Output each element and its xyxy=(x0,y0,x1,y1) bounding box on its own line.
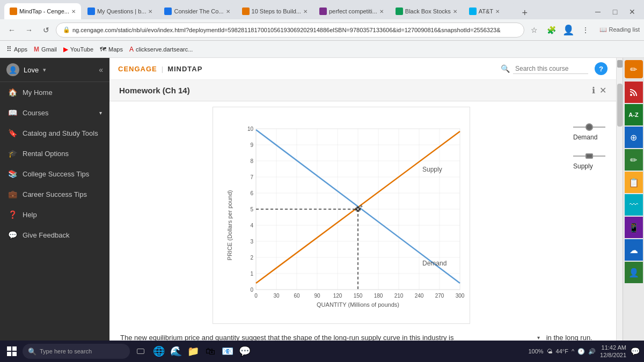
taskbar-sys-tray: 100% 🌤 44°F ^ 🕐 🔊 xyxy=(528,348,596,355)
taskbar-teams-icon[interactable]: 💬 xyxy=(237,344,252,359)
maximize-button[interactable]: □ xyxy=(608,4,623,19)
sidebar-item-help[interactable]: ❓ Help xyxy=(0,204,109,225)
tab-favicon-mindtap xyxy=(10,8,17,15)
svg-text:180: 180 xyxy=(374,293,383,299)
bookmark-dart[interactable]: A clickserve.dartsearc... xyxy=(129,46,193,53)
tab-label-blackbox: Black Box Stocks xyxy=(405,8,451,14)
tab-close-blackbox[interactable]: ✕ xyxy=(453,9,457,14)
new-tab-button[interactable]: + xyxy=(518,6,531,19)
svg-text:Demand: Demand xyxy=(422,260,447,267)
chart-container: PRICE (Dollars per pound) xyxy=(213,107,470,324)
tab-close-att[interactable]: ✕ xyxy=(495,9,500,14)
supply-demand-chart: PRICE (Dollars per pound) xyxy=(224,118,481,311)
tab-close-10steps[interactable]: ✕ xyxy=(303,9,308,14)
sidebar-item-myhome[interactable]: 🏠 My Home xyxy=(0,82,109,102)
profile-button[interactable]: 👤 xyxy=(561,23,576,38)
homework-close-button[interactable]: ✕ xyxy=(599,85,606,95)
question-section: The new equilibrium price and quantity s… xyxy=(120,333,605,341)
demand-slider[interactable] xyxy=(573,123,605,131)
scrollbar[interactable] xyxy=(616,58,623,341)
homework-title: Homework (Ch 14) xyxy=(119,86,190,95)
taskbar-temp: 44°F xyxy=(556,348,568,354)
toolbar-pencil-button[interactable]: ✏ xyxy=(625,60,643,78)
sidebar-item-catalog[interactable]: 🔖 Catalog and Study Tools xyxy=(0,123,109,143)
sidebar-item-career[interactable]: 💼 Career Success Tips xyxy=(0,184,109,204)
task-view-button[interactable] xyxy=(133,344,148,359)
tab-close-perfect[interactable]: ✕ xyxy=(379,9,384,14)
tab-close-consider[interactable]: ✕ xyxy=(226,9,230,14)
toolbar-person-button[interactable]: 👤 xyxy=(625,262,643,283)
cengage-logo: CENGAGE xyxy=(118,65,157,73)
search-input[interactable] xyxy=(513,64,588,74)
taskbar-clock-icon: 🕐 xyxy=(577,348,585,355)
taskbar-clock[interactable]: 11:42 AM 12/8/2021 xyxy=(600,344,626,359)
address-bar[interactable]: 🔒 ng.cengage.com/static/nb/ui/evo/index.… xyxy=(56,23,524,38)
windows-start-button[interactable] xyxy=(4,344,19,359)
svg-text:3: 3 xyxy=(250,239,253,245)
help-circle-button[interactable]: ? xyxy=(595,62,608,75)
tab-10steps[interactable]: 10 Steps to Build... ✕ xyxy=(237,3,313,19)
tab-consider[interactable]: Consider The Co... ✕ xyxy=(159,3,235,19)
toolbar-cloud-button[interactable]: ☁ xyxy=(625,239,643,261)
demand-legend-label: Demand xyxy=(573,134,605,141)
minimize-button[interactable]: ─ xyxy=(590,4,605,19)
extension-button[interactable]: 🧩 xyxy=(544,23,559,38)
menu-button[interactable]: ⋮ xyxy=(578,23,593,38)
taskbar-chrome-icon[interactable]: 🌐 xyxy=(151,344,166,359)
homework-info-button[interactable]: ℹ xyxy=(592,85,595,95)
svg-text:270: 270 xyxy=(435,293,444,299)
svg-text:PRICE (Dollars per pound): PRICE (Dollars per pound) xyxy=(226,190,233,261)
scrollbar-thumb[interactable] xyxy=(617,84,623,127)
toolbar-pencil2-button[interactable]: ✏ xyxy=(625,149,643,171)
bookmark-maps[interactable]: 🗺 Maps xyxy=(100,46,123,53)
taskbar-edge-icon[interactable]: 🌊 xyxy=(169,344,184,359)
sidebar-item-rental[interactable]: 🎓 Rental Options xyxy=(0,143,109,164)
sidebar-item-feedback[interactable]: 💬 Give Feedback xyxy=(0,225,109,245)
supply-legend-item: Supply xyxy=(573,152,605,170)
feedback-icon: 💬 xyxy=(8,230,17,240)
taskbar-mail-icon[interactable]: 📧 xyxy=(220,344,235,359)
sidebar-item-courses[interactable]: 📖 Courses ▾ xyxy=(0,102,109,123)
taskbar-store-icon[interactable]: 🛍 xyxy=(203,344,218,359)
back-button[interactable]: ← xyxy=(4,23,19,38)
toolbar-phone-button[interactable]: 📱 xyxy=(625,217,643,238)
scrollbar-up-arrow[interactable] xyxy=(617,60,623,68)
user-dropdown-icon: ▾ xyxy=(43,67,46,73)
supply-slider[interactable] xyxy=(573,152,605,160)
user-name: Love xyxy=(24,66,39,74)
toolbar-plus-button[interactable]: ⊕ xyxy=(625,127,643,148)
tab-close-myq[interactable]: ✕ xyxy=(148,9,152,14)
toolbar-az-button[interactable]: A-Z xyxy=(625,104,643,125)
tab-label-mindtap: MindTap - Cenge... xyxy=(19,8,69,14)
tab-myquestions[interactable]: My Questions | b... ✕ xyxy=(82,3,158,19)
tab-perfect[interactable]: perfect competiti... ✕ xyxy=(314,3,389,19)
apps-icon: ⠿ xyxy=(6,45,12,53)
supply-legend-label: Supply xyxy=(573,162,605,170)
forward-button[interactable]: → xyxy=(21,23,36,38)
toolbar-rss-button[interactable] xyxy=(625,82,643,103)
taskbar-explorer-icon[interactable]: 📁 xyxy=(186,344,201,359)
bookmark-youtube[interactable]: ▶ YouTube xyxy=(63,46,93,53)
tab-label-att: AT&T xyxy=(479,8,493,14)
sidebar-item-college[interactable]: 📚 College Success Tips xyxy=(0,164,109,184)
refresh-button[interactable]: ↺ xyxy=(39,23,54,38)
tab-favicon-blackbox xyxy=(396,8,403,15)
close-window-button[interactable]: ✕ xyxy=(625,4,640,19)
tab-close-mindtap[interactable]: ✕ xyxy=(71,9,76,14)
answer-dropdown[interactable]: ▾ xyxy=(458,333,542,341)
tab-att[interactable]: AT&T ✕ xyxy=(464,3,517,19)
bookmark-apps[interactable]: ⠿ Apps xyxy=(6,45,27,53)
sidebar-collapse-button[interactable]: « xyxy=(99,65,103,74)
taskbar-right-area: 100% 🌤 44°F ^ 🕐 🔊 11:42 AM 12/8/2021 💬 xyxy=(528,344,640,359)
toolbar-note-button[interactable]: 📋 xyxy=(625,172,643,193)
sidebar-user[interactable]: 👤 Love ▾ xyxy=(6,63,46,76)
taskbar-search-bar[interactable]: 🔍 Type here to search xyxy=(23,344,130,359)
bookmark-gmail-label: Gmail xyxy=(41,46,57,53)
taskbar-notification-icon[interactable]: 💬 xyxy=(631,347,640,356)
bookmark-gmail[interactable]: M Gmail xyxy=(34,46,57,53)
tab-mindtap[interactable]: MindTap - Cenge... ✕ xyxy=(4,3,81,19)
bookmark-star[interactable]: ☆ xyxy=(526,23,541,38)
toolbar-wave-button[interactable]: 〰 xyxy=(625,194,643,216)
tab-blackbox[interactable]: Black Box Stocks ✕ xyxy=(390,3,463,19)
sidebar-item-label-feedback: Give Feedback xyxy=(23,231,69,239)
